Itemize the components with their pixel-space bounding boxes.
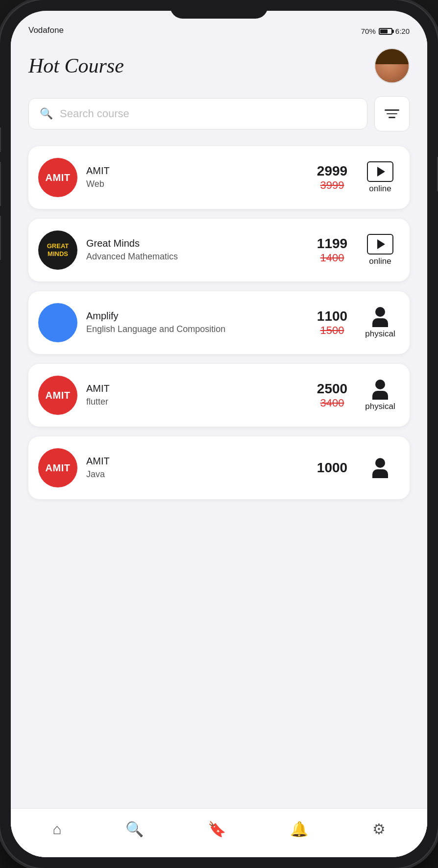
search-box[interactable]: 🔍 Search course bbox=[28, 98, 367, 129]
course-card-2[interactable]: GREATMINDS Great Minds Advanced Mathemat… bbox=[28, 219, 410, 281]
price-current-1: 2999 bbox=[317, 163, 347, 179]
person-icon-3 bbox=[372, 307, 388, 327]
course-provider-2: Great Minds bbox=[86, 238, 304, 249]
person-head-3 bbox=[375, 307, 385, 317]
course-pricing-3: 1100 1500 bbox=[313, 308, 352, 337]
course-logo-4: AMIT bbox=[38, 376, 77, 415]
bottom-nav: ⌂ 🔍 🔖 🔔 ⚙ bbox=[11, 808, 427, 857]
course-pricing-1: 2999 3999 bbox=[313, 163, 352, 192]
avatar-hair bbox=[375, 49, 409, 64]
price-original-1: 3999 bbox=[320, 179, 344, 192]
filter-button[interactable] bbox=[374, 96, 410, 131]
course-name-2: Advanced Mathematics bbox=[86, 251, 304, 262]
carrier-label: Vodafone bbox=[28, 26, 64, 35]
course-logo-3 bbox=[38, 303, 77, 342]
course-name-3: English Language and Composition bbox=[86, 324, 304, 335]
course-provider-4: AMIT bbox=[86, 383, 304, 394]
course-name-1: Web bbox=[86, 179, 304, 190]
video-icon-1 bbox=[367, 161, 393, 182]
course-card-3[interactable]: Amplify English Language and Composition… bbox=[28, 291, 410, 354]
course-list: AMIT AMIT Web 2999 3999 online bbox=[11, 141, 427, 808]
person-icon-5 bbox=[372, 458, 388, 478]
filter-line-1 bbox=[385, 109, 399, 111]
nav-home[interactable]: ⌂ bbox=[45, 817, 69, 842]
search-nav-icon: 🔍 bbox=[125, 820, 144, 838]
mute-button bbox=[0, 128, 1, 152]
volume-down-button bbox=[0, 216, 1, 260]
course-logo-5: AMIT bbox=[38, 448, 77, 487]
bookmark-icon: 🔖 bbox=[208, 820, 226, 838]
home-icon: ⌂ bbox=[52, 821, 61, 838]
price-original-4: 3400 bbox=[320, 397, 344, 409]
time-label: 6:20 bbox=[395, 27, 410, 35]
volume-up-button bbox=[0, 162, 1, 206]
course-provider-5: AMIT bbox=[86, 456, 304, 467]
filter-icon bbox=[385, 109, 399, 118]
person-body-3 bbox=[372, 318, 388, 327]
course-info-2: Great Minds Advanced Mathematics bbox=[86, 238, 304, 262]
filter-line-3 bbox=[389, 117, 395, 118]
course-info-5: AMIT Java bbox=[86, 456, 304, 480]
course-type-4: physical bbox=[361, 380, 400, 411]
price-current-3: 1100 bbox=[317, 308, 347, 324]
play-triangle-2 bbox=[377, 239, 385, 249]
person-head-4 bbox=[375, 380, 385, 389]
course-type-2: online bbox=[361, 234, 400, 266]
course-pricing-4: 2500 3400 bbox=[313, 381, 352, 409]
price-original-3: 1500 bbox=[320, 324, 344, 337]
nav-settings[interactable]: ⚙ bbox=[365, 817, 393, 842]
course-logo-2: GREATMINDS bbox=[38, 230, 77, 270]
nav-search[interactable]: 🔍 bbox=[118, 817, 151, 842]
type-label-4: physical bbox=[365, 402, 395, 411]
course-info-1: AMIT Web bbox=[86, 165, 304, 190]
filter-line-2 bbox=[387, 113, 397, 115]
notification-icon: 🔔 bbox=[290, 820, 308, 838]
person-body-5 bbox=[372, 469, 388, 478]
type-label-3: physical bbox=[365, 329, 395, 339]
course-type-1: online bbox=[361, 161, 400, 194]
type-label-1: online bbox=[369, 184, 391, 194]
type-label-2: online bbox=[369, 256, 391, 266]
price-current-2: 1199 bbox=[317, 236, 347, 252]
phone-screen: Vodafone 70% 6:20 Hot Course bbox=[11, 11, 427, 857]
price-original-2: 1400 bbox=[320, 252, 344, 264]
settings-icon: ⚙ bbox=[372, 820, 386, 838]
course-logo-1: AMIT bbox=[38, 158, 77, 197]
play-triangle-1 bbox=[377, 167, 385, 177]
avatar-face bbox=[375, 49, 409, 82]
course-name-5: Java bbox=[86, 469, 304, 480]
person-icon-4 bbox=[372, 380, 388, 400]
notch bbox=[170, 0, 268, 19]
course-card-5[interactable]: AMIT AMIT Java 1000 bbox=[28, 436, 410, 499]
price-current-4: 2500 bbox=[317, 381, 347, 397]
nav-notification[interactable]: 🔔 bbox=[282, 817, 316, 842]
great-minds-logo: GREATMINDS bbox=[47, 242, 69, 257]
battery-icon bbox=[379, 28, 392, 35]
course-provider-3: Amplify bbox=[86, 310, 304, 322]
status-right: 70% 6:20 bbox=[361, 27, 410, 35]
course-card-4[interactable]: AMIT AMIT flutter 2500 3400 p bbox=[28, 364, 410, 427]
person-head-5 bbox=[375, 458, 385, 468]
search-icon: 🔍 bbox=[40, 107, 53, 120]
nav-bookmark[interactable]: 🔖 bbox=[200, 817, 234, 842]
course-provider-1: AMIT bbox=[86, 165, 304, 177]
phone-frame: Vodafone 70% 6:20 Hot Course bbox=[0, 0, 438, 868]
course-pricing-5: 1000 bbox=[313, 460, 352, 476]
video-icon-2 bbox=[367, 234, 393, 255]
price-current-5: 1000 bbox=[317, 460, 347, 476]
course-type-3: physical bbox=[361, 307, 400, 339]
app-title: Hot Course bbox=[28, 54, 124, 77]
course-info-4: AMIT flutter bbox=[86, 383, 304, 408]
battery-percent: 70% bbox=[361, 27, 376, 35]
app-content: Hot Course 🔍 Search course bbox=[11, 38, 427, 857]
search-placeholder: Search course bbox=[60, 107, 129, 120]
search-container: 🔍 Search course bbox=[11, 91, 427, 141]
course-info-3: Amplify English Language and Composition bbox=[86, 310, 304, 335]
course-type-5 bbox=[361, 458, 400, 478]
course-pricing-2: 1199 1400 bbox=[313, 236, 352, 264]
app-header: Hot Course bbox=[11, 38, 427, 91]
course-name-4: flutter bbox=[86, 396, 304, 408]
avatar[interactable] bbox=[374, 48, 410, 83]
person-body-4 bbox=[372, 391, 388, 400]
course-card-1[interactable]: AMIT AMIT Web 2999 3999 online bbox=[28, 146, 410, 209]
